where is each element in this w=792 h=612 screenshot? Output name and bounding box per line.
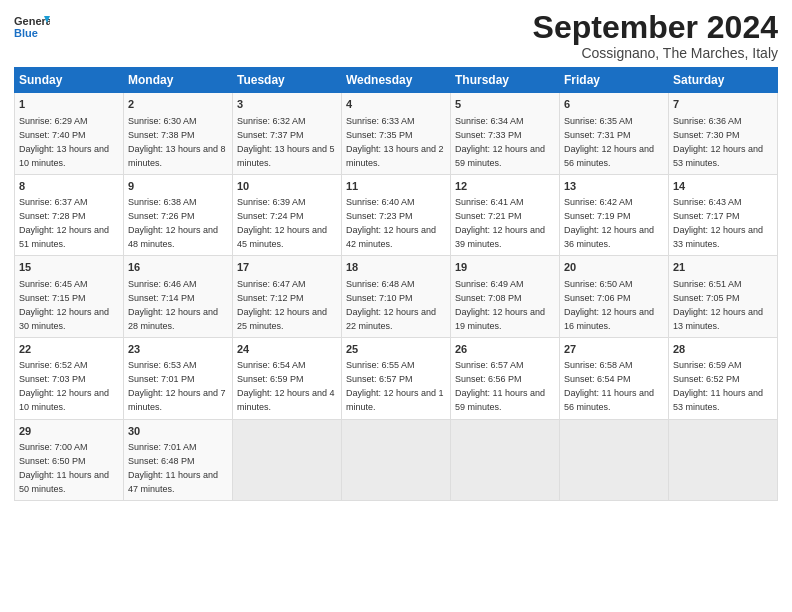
day-number: 28 — [673, 342, 773, 357]
table-cell: 18Sunrise: 6:48 AMSunset: 7:10 PMDayligh… — [342, 256, 451, 338]
day-info: Sunrise: 6:51 AMSunset: 7:05 PMDaylight:… — [673, 279, 763, 331]
day-info: Sunrise: 7:00 AMSunset: 6:50 PMDaylight:… — [19, 442, 109, 494]
table-cell: 2Sunrise: 6:30 AMSunset: 7:38 PMDaylight… — [124, 93, 233, 175]
day-number: 7 — [673, 97, 773, 112]
day-info: Sunrise: 6:45 AMSunset: 7:15 PMDaylight:… — [19, 279, 109, 331]
calendar-row: 15Sunrise: 6:45 AMSunset: 7:15 PMDayligh… — [15, 256, 778, 338]
day-info: Sunrise: 6:54 AMSunset: 6:59 PMDaylight:… — [237, 360, 335, 412]
table-cell: 6Sunrise: 6:35 AMSunset: 7:31 PMDaylight… — [560, 93, 669, 175]
table-cell: 17Sunrise: 6:47 AMSunset: 7:12 PMDayligh… — [233, 256, 342, 338]
day-info: Sunrise: 6:32 AMSunset: 7:37 PMDaylight:… — [237, 116, 335, 168]
day-info: Sunrise: 6:38 AMSunset: 7:26 PMDaylight:… — [128, 197, 218, 249]
table-cell: 16Sunrise: 6:46 AMSunset: 7:14 PMDayligh… — [124, 256, 233, 338]
table-cell: 12Sunrise: 6:41 AMSunset: 7:21 PMDayligh… — [451, 174, 560, 256]
day-info: Sunrise: 6:33 AMSunset: 7:35 PMDaylight:… — [346, 116, 444, 168]
day-number: 29 — [19, 424, 119, 439]
table-cell — [342, 419, 451, 501]
col-friday: Friday — [560, 68, 669, 93]
day-number: 2 — [128, 97, 228, 112]
day-info: Sunrise: 6:46 AMSunset: 7:14 PMDaylight:… — [128, 279, 218, 331]
table-cell: 25Sunrise: 6:55 AMSunset: 6:57 PMDayligh… — [342, 337, 451, 419]
table-cell: 29Sunrise: 7:00 AMSunset: 6:50 PMDayligh… — [15, 419, 124, 501]
table-cell: 7Sunrise: 6:36 AMSunset: 7:30 PMDaylight… — [669, 93, 778, 175]
day-info: Sunrise: 6:29 AMSunset: 7:40 PMDaylight:… — [19, 116, 109, 168]
col-wednesday: Wednesday — [342, 68, 451, 93]
calendar-row: 1Sunrise: 6:29 AMSunset: 7:40 PMDaylight… — [15, 93, 778, 175]
table-cell: 5Sunrise: 6:34 AMSunset: 7:33 PMDaylight… — [451, 93, 560, 175]
col-monday: Monday — [124, 68, 233, 93]
day-number: 4 — [346, 97, 446, 112]
day-number: 6 — [564, 97, 664, 112]
day-info: Sunrise: 6:58 AMSunset: 6:54 PMDaylight:… — [564, 360, 654, 412]
col-sunday: Sunday — [15, 68, 124, 93]
day-number: 12 — [455, 179, 555, 194]
day-number: 15 — [19, 260, 119, 275]
table-cell: 27Sunrise: 6:58 AMSunset: 6:54 PMDayligh… — [560, 337, 669, 419]
table-cell: 22Sunrise: 6:52 AMSunset: 7:03 PMDayligh… — [15, 337, 124, 419]
day-number: 27 — [564, 342, 664, 357]
day-number: 21 — [673, 260, 773, 275]
table-cell: 28Sunrise: 6:59 AMSunset: 6:52 PMDayligh… — [669, 337, 778, 419]
table-cell: 10Sunrise: 6:39 AMSunset: 7:24 PMDayligh… — [233, 174, 342, 256]
col-thursday: Thursday — [451, 68, 560, 93]
table-cell: 1Sunrise: 6:29 AMSunset: 7:40 PMDaylight… — [15, 93, 124, 175]
day-info: Sunrise: 6:41 AMSunset: 7:21 PMDaylight:… — [455, 197, 545, 249]
table-cell — [669, 419, 778, 501]
day-number: 11 — [346, 179, 446, 194]
header: General Blue September 2024 Cossignano, … — [14, 10, 778, 61]
day-info: Sunrise: 6:48 AMSunset: 7:10 PMDaylight:… — [346, 279, 436, 331]
day-info: Sunrise: 6:39 AMSunset: 7:24 PMDaylight:… — [237, 197, 327, 249]
page: General Blue September 2024 Cossignano, … — [0, 0, 792, 612]
day-number: 13 — [564, 179, 664, 194]
logo-graphic: General Blue — [14, 10, 50, 46]
subtitle: Cossignano, The Marches, Italy — [533, 45, 778, 61]
col-saturday: Saturday — [669, 68, 778, 93]
day-info: Sunrise: 6:55 AMSunset: 6:57 PMDaylight:… — [346, 360, 444, 412]
day-info: Sunrise: 6:35 AMSunset: 7:31 PMDaylight:… — [564, 116, 654, 168]
day-info: Sunrise: 6:30 AMSunset: 7:38 PMDaylight:… — [128, 116, 226, 168]
day-number: 20 — [564, 260, 664, 275]
table-cell — [233, 419, 342, 501]
calendar-row: 22Sunrise: 6:52 AMSunset: 7:03 PMDayligh… — [15, 337, 778, 419]
main-title: September 2024 — [533, 10, 778, 45]
day-number: 1 — [19, 97, 119, 112]
day-number: 22 — [19, 342, 119, 357]
calendar-table: Sunday Monday Tuesday Wednesday Thursday… — [14, 67, 778, 501]
day-number: 24 — [237, 342, 337, 357]
table-cell: 14Sunrise: 6:43 AMSunset: 7:17 PMDayligh… — [669, 174, 778, 256]
day-number: 26 — [455, 342, 555, 357]
table-cell: 21Sunrise: 6:51 AMSunset: 7:05 PMDayligh… — [669, 256, 778, 338]
table-cell: 24Sunrise: 6:54 AMSunset: 6:59 PMDayligh… — [233, 337, 342, 419]
day-number: 17 — [237, 260, 337, 275]
table-cell: 19Sunrise: 6:49 AMSunset: 7:08 PMDayligh… — [451, 256, 560, 338]
day-info: Sunrise: 6:34 AMSunset: 7:33 PMDaylight:… — [455, 116, 545, 168]
day-number: 16 — [128, 260, 228, 275]
day-info: Sunrise: 6:52 AMSunset: 7:03 PMDaylight:… — [19, 360, 109, 412]
day-info: Sunrise: 6:36 AMSunset: 7:30 PMDaylight:… — [673, 116, 763, 168]
day-number: 25 — [346, 342, 446, 357]
table-cell: 13Sunrise: 6:42 AMSunset: 7:19 PMDayligh… — [560, 174, 669, 256]
table-cell: 11Sunrise: 6:40 AMSunset: 7:23 PMDayligh… — [342, 174, 451, 256]
table-cell: 26Sunrise: 6:57 AMSunset: 6:56 PMDayligh… — [451, 337, 560, 419]
table-cell: 8Sunrise: 6:37 AMSunset: 7:28 PMDaylight… — [15, 174, 124, 256]
day-info: Sunrise: 6:43 AMSunset: 7:17 PMDaylight:… — [673, 197, 763, 249]
day-info: Sunrise: 6:50 AMSunset: 7:06 PMDaylight:… — [564, 279, 654, 331]
day-info: Sunrise: 6:40 AMSunset: 7:23 PMDaylight:… — [346, 197, 436, 249]
table-cell: 9Sunrise: 6:38 AMSunset: 7:26 PMDaylight… — [124, 174, 233, 256]
day-number: 3 — [237, 97, 337, 112]
day-info: Sunrise: 6:59 AMSunset: 6:52 PMDaylight:… — [673, 360, 763, 412]
calendar-row: 8Sunrise: 6:37 AMSunset: 7:28 PMDaylight… — [15, 174, 778, 256]
day-number: 8 — [19, 179, 119, 194]
table-cell: 30Sunrise: 7:01 AMSunset: 6:48 PMDayligh… — [124, 419, 233, 501]
day-number: 18 — [346, 260, 446, 275]
day-number: 9 — [128, 179, 228, 194]
table-cell: 15Sunrise: 6:45 AMSunset: 7:15 PMDayligh… — [15, 256, 124, 338]
table-cell — [451, 419, 560, 501]
day-info: Sunrise: 6:47 AMSunset: 7:12 PMDaylight:… — [237, 279, 327, 331]
day-info: Sunrise: 6:49 AMSunset: 7:08 PMDaylight:… — [455, 279, 545, 331]
day-info: Sunrise: 6:42 AMSunset: 7:19 PMDaylight:… — [564, 197, 654, 249]
calendar-row: 29Sunrise: 7:00 AMSunset: 6:50 PMDayligh… — [15, 419, 778, 501]
calendar-header-row: Sunday Monday Tuesday Wednesday Thursday… — [15, 68, 778, 93]
day-info: Sunrise: 6:57 AMSunset: 6:56 PMDaylight:… — [455, 360, 545, 412]
table-cell: 23Sunrise: 6:53 AMSunset: 7:01 PMDayligh… — [124, 337, 233, 419]
